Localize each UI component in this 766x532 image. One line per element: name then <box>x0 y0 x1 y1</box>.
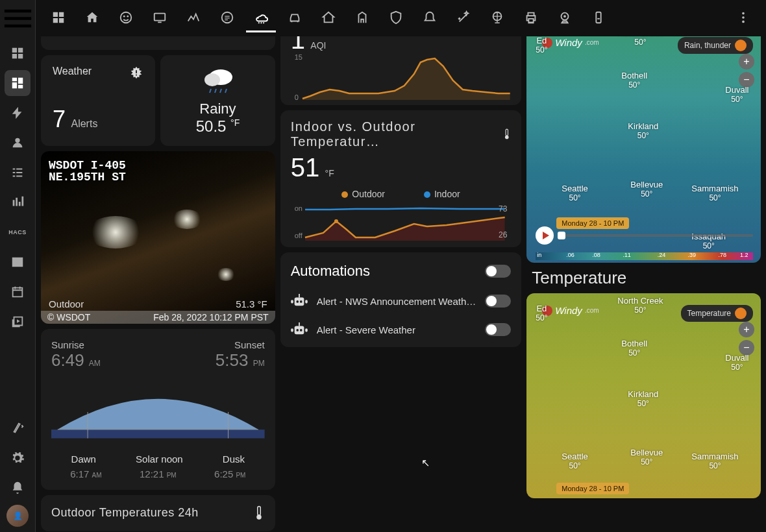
user-avatar[interactable]: 👤 <box>6 505 29 527</box>
tab-graph[interactable] <box>179 4 208 32</box>
current-temp-unit: °F <box>230 117 240 128</box>
aqi-axis-lo: 0 <box>295 93 299 101</box>
automation-toggle[interactable] <box>485 323 511 336</box>
condition-label: Rainy <box>172 101 263 117</box>
automation-label[interactable]: Alert - Severe Weather <box>317 324 476 335</box>
tab-home[interactable] <box>43 4 73 32</box>
rain-scale: in .06 .08 .11 .24 .39 .78 1.2 <box>536 252 753 260</box>
tab-house[interactable] <box>77 4 107 32</box>
nav-dashboard[interactable] <box>5 70 31 96</box>
map-city-label: Duvall50° <box>725 353 748 372</box>
map-city-label: North Creek50° <box>617 296 663 315</box>
nav-devtools[interactable] <box>5 415 31 441</box>
weather-alerts-card[interactable]: Weather 7 Alerts <box>41 55 155 146</box>
map-city-label: Sammamish50° <box>691 184 738 202</box>
dusk-label: Dusk <box>223 453 245 465</box>
left-rail: HACS 👤 <box>0 0 36 532</box>
svg-point-21 <box>505 136 509 139</box>
tempcomp-unit: °F <box>325 168 334 178</box>
map-city-label: Sammamish50° <box>691 452 738 470</box>
thermometer-icon <box>253 505 265 521</box>
map-city-label: Seattle50° <box>562 184 587 202</box>
nav-settings[interactable] <box>5 445 31 471</box>
thermometer-icon <box>502 127 512 142</box>
sunset-label: Sunset <box>234 339 265 350</box>
svg-point-31 <box>300 329 303 332</box>
tab-music[interactable] <box>212 4 242 32</box>
map-city-label: Ed50° <box>536 36 547 54</box>
svg-rect-28 <box>305 300 308 304</box>
map-city-label: Ed50° <box>536 304 547 322</box>
nav-hacs[interactable]: HACS <box>5 219 31 245</box>
outdoor-temp-24h-card[interactable]: Outdoor Temperatures 24h <box>41 495 275 531</box>
zoom-in-button[interactable]: + <box>739 54 754 69</box>
tab-print[interactable] <box>516 4 546 32</box>
tab-globe[interactable] <box>482 4 512 32</box>
rain-timestamp: Monday 28 - 10 PM <box>556 217 629 229</box>
temp-timestamp: Monday 28 - 10 PM <box>556 483 629 494</box>
svg-point-11 <box>742 20 745 23</box>
timeline-track[interactable] <box>558 234 753 237</box>
temp-compare-card[interactable]: Indoor vs. Outdoor Temperatur… 51 °F Out… <box>280 110 522 247</box>
noon-time: 12:21 <box>140 468 164 479</box>
svg-point-1 <box>123 15 125 17</box>
legend-indoor: Indoor <box>434 189 460 199</box>
current-weather-card[interactable]: Rainy 50.5 °F <box>160 55 275 146</box>
nav-history[interactable] <box>5 189 31 215</box>
svg-point-0 <box>121 12 132 23</box>
temperature-map[interactable]: Windy.com Temperature + − North Creek50°… <box>526 293 761 498</box>
play-button[interactable] <box>536 226 554 245</box>
svg-point-7 <box>563 15 566 18</box>
nav-calendar[interactable] <box>5 279 31 305</box>
nav-media[interactable] <box>5 309 31 335</box>
menu-toggle[interactable] <box>0 0 36 36</box>
tab-water[interactable] <box>584 4 613 32</box>
automations-master-toggle[interactable] <box>485 265 511 278</box>
rain-map[interactable]: Windy.com Rain, thunder + − North Creek5… <box>526 25 761 263</box>
tab-webcam[interactable] <box>550 4 580 32</box>
dawn-time: 6:17 <box>70 468 89 479</box>
temp-layer-badge[interactable]: Temperature <box>681 305 753 322</box>
temp-compare-chart <box>291 202 512 241</box>
camera-name: Outdoor <box>49 298 84 309</box>
nav-overview[interactable] <box>5 40 31 66</box>
svg-rect-20 <box>506 129 508 136</box>
nav-notifications[interactable] <box>5 475 31 501</box>
aqi-sparkline <box>291 54 512 100</box>
sun-arc-chart <box>51 380 265 444</box>
nav-terminal[interactable] <box>5 249 31 275</box>
tab-weather[interactable] <box>246 4 276 32</box>
nav-energy[interactable] <box>5 100 31 126</box>
automation-label[interactable]: Alert - NWS Announcement Weath… <box>317 296 476 307</box>
temp-axis-lo: 26 <box>499 230 507 239</box>
automations-title: Automations <box>291 263 370 280</box>
sun-card: Sunrise Sunset 6:49 AM 5:53 PM Dawn Sola… <box>41 329 275 490</box>
tab-bell[interactable] <box>415 4 445 32</box>
automation-toggle[interactable] <box>485 295 511 308</box>
tab-tv[interactable] <box>145 4 175 32</box>
state-off-label: off <box>295 232 303 239</box>
weather-alerts-title: Weather <box>53 66 92 77</box>
windy-logo: Windy.com <box>542 305 599 316</box>
tab-house2[interactable] <box>314 4 343 32</box>
tab-shield[interactable] <box>381 4 411 32</box>
nav-people[interactable] <box>5 130 31 156</box>
dusk-time: 6:25 <box>214 468 233 479</box>
map-city-label: Bothell50° <box>621 339 647 357</box>
zoom-in-button[interactable]: + <box>739 322 754 337</box>
traffic-camera-card[interactable]: WSDOT I-405 NE.195TH ST Outdoor 51.3 °F … <box>41 151 275 324</box>
svg-point-22 <box>334 219 338 223</box>
tab-wand[interactable] <box>449 4 478 32</box>
map-city-label: Kirkland50° <box>628 121 658 140</box>
nav-logbook[interactable] <box>5 160 31 186</box>
svg-point-9 <box>742 12 745 14</box>
svg-rect-29 <box>294 326 304 335</box>
svg-rect-14 <box>51 429 265 439</box>
tab-car[interactable] <box>280 4 310 32</box>
map-city-label: Seattle50° <box>562 452 587 470</box>
rain-layer-badge[interactable]: Rain, thunder <box>678 37 753 54</box>
tab-building[interactable] <box>347 4 377 32</box>
svg-point-24 <box>296 300 299 303</box>
tab-face[interactable] <box>111 4 141 32</box>
overflow-menu[interactable] <box>728 4 758 32</box>
